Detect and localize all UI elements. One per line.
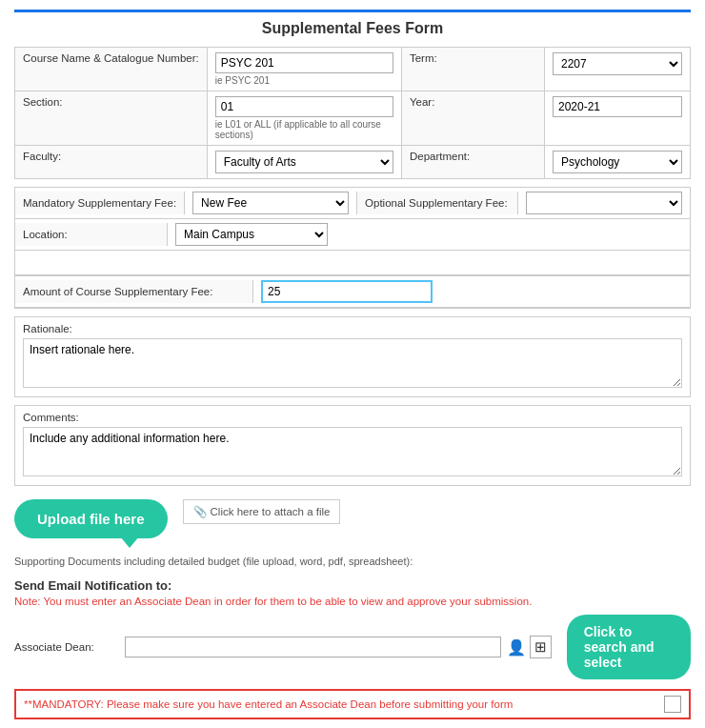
comments-textarea[interactable]: Include any additional information here. <box>23 427 682 476</box>
mandatory-fee-label: Mandatory Supplementary Fee: <box>15 192 185 214</box>
email-note: Note: You must enter an Associate Dean i… <box>14 596 691 607</box>
mandatory-fee-cell: New Fee Existing Fee <box>185 188 356 218</box>
course-name-label: Course Name & Catalogue Number: <box>15 48 208 91</box>
attach-link[interactable]: 📎 Click here to attach a file <box>183 499 341 524</box>
supporting-doc-label: Supporting Documents including detailed … <box>14 556 691 567</box>
section-cell: ie L01 or ALL (if applicable to all cour… <box>207 91 401 146</box>
section-input[interactable] <box>215 96 393 117</box>
term-cell: 2207 2208 2209 <box>544 48 690 91</box>
section-note: ie L01 or ALL (if applicable to all cour… <box>215 119 393 140</box>
optional-fee-select[interactable]: Option A Option B <box>526 192 682 214</box>
attach-text: Click here to attach a file <box>211 506 331 517</box>
section-label: Section: <box>15 91 208 146</box>
course-name-cell: ie PSYC 201 <box>207 48 401 91</box>
amount-input[interactable] <box>261 280 433 303</box>
grid-icon[interactable]: ⊞ <box>530 636 552 658</box>
comments-label: Comments: <box>23 412 682 423</box>
rationale-label: Rationale: <box>23 323 682 334</box>
department-label: Department: <box>401 146 544 179</box>
faculty-label: Faculty: <box>15 146 208 179</box>
mandatory-warning: **MANDATORY: Please make sure you have e… <box>14 689 691 719</box>
location-select[interactable]: Main Campus Off Campus <box>175 223 328 246</box>
search-select-bubble[interactable]: Click to search and select <box>567 615 691 679</box>
upload-row: Upload file here 📎 Click here to attach … <box>14 499 691 538</box>
course-name-input[interactable] <box>215 52 393 73</box>
optional-fee-cell: Option A Option B <box>518 188 690 218</box>
page-wrapper: Supplemental Fees Form Course Name & Cat… <box>0 0 705 728</box>
mandatory-checkbox[interactable] <box>664 696 681 713</box>
faculty-cell: Faculty of Arts Faculty of Science Facul… <box>207 146 401 179</box>
upload-bubble[interactable]: Upload file here <box>14 499 168 538</box>
paperclip-icon: 📎 <box>193 505 207 518</box>
email-title: Send Email Notification to: <box>14 578 691 593</box>
term-select[interactable]: 2207 2208 2209 <box>553 52 682 75</box>
rationale-textarea[interactable]: Insert rationale here. <box>23 338 682 388</box>
rationale-section: Rationale: Insert rationale here. <box>14 316 691 397</box>
year-label: Year: <box>401 91 544 146</box>
amount-label: Amount of Course Supplementary Fee: <box>15 280 253 303</box>
assoc-dean-row: Associate Dean: 👤 ⊞ Click to search and … <box>14 615 691 679</box>
optional-fee-label: Optional Supplementary Fee: <box>356 192 518 214</box>
upload-bubble-wrapper: Upload file here <box>14 499 168 538</box>
assoc-dean-label: Associate Dean: <box>14 641 119 653</box>
form-title: Supplemental Fees Form <box>14 10 691 47</box>
email-section: Send Email Notification to: Note: You mu… <box>14 578 691 679</box>
fees-row-mandatory: Mandatory Supplementary Fee: New Fee Exi… <box>15 188 690 219</box>
comments-section: Comments: Include any additional informa… <box>14 405 691 486</box>
person-icon[interactable]: 👤 <box>507 638 526 657</box>
assoc-dean-icons: 👤 ⊞ <box>507 636 552 658</box>
assoc-dean-input[interactable] <box>125 637 501 657</box>
term-label: Term: <box>401 48 544 91</box>
faculty-select[interactable]: Faculty of Arts Faculty of Science Facul… <box>215 151 393 173</box>
course-name-note: ie PSYC 201 <box>215 75 393 86</box>
empty-row-1 <box>15 251 690 275</box>
amount-cell <box>253 276 690 307</box>
main-info-table: Course Name & Catalogue Number: ie PSYC … <box>14 47 691 179</box>
location-label: Location: <box>15 223 168 246</box>
year-input[interactable] <box>553 96 682 117</box>
department-cell: Psychology History English <box>544 146 690 179</box>
mandatory-text: **MANDATORY: Please make sure you have e… <box>24 698 513 710</box>
amount-row: Amount of Course Supplementary Fee: <box>15 275 690 308</box>
upload-area: Upload file here 📎 Click here to attach … <box>14 499 691 567</box>
department-select[interactable]: Psychology History English <box>553 151 682 173</box>
fees-section: Mandatory Supplementary Fee: New Fee Exi… <box>14 187 691 309</box>
fees-row-location: Location: Main Campus Off Campus <box>15 219 690 251</box>
year-cell <box>544 91 690 146</box>
mandatory-fee-select[interactable]: New Fee Existing Fee <box>192 192 349 214</box>
location-cell: Main Campus Off Campus <box>168 219 436 250</box>
